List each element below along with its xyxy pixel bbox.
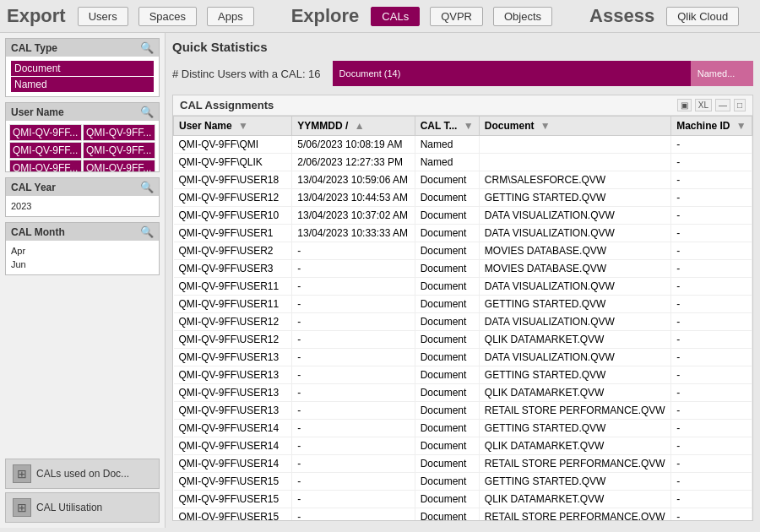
table-row[interactable]: QMI-QV-9FF\USER15-DocumentQLIK DATAMARKE… — [174, 491, 752, 508]
table-ctrl-xl[interactable]: XL — [695, 99, 712, 111]
table-row[interactable]: QMI-QV-9FF\USER14-DocumentQLIK DATAMARKE… — [174, 437, 752, 455]
table-row[interactable]: QMI-QV-9FF\USER14-DocumentRETAIL STORE P… — [174, 455, 752, 473]
cal-type-label: CAL Type — [11, 42, 57, 54]
table-cell-3-1: 13/04/2023 10:44:53 AM — [292, 189, 415, 207]
table-cell-12-0: QMI-QV-9FF\USER13 — [174, 349, 292, 366]
table-row[interactable]: QMI-QV-9FF\USER2-DocumentMOVIES DATABASE… — [174, 242, 752, 260]
table-row[interactable]: QMI-QV-9FF\USER14-DocumentGETTING STARTE… — [174, 420, 752, 437]
table-cell-4-2: Document — [415, 207, 479, 225]
table-row[interactable]: QMI-QV-9FF\QMI5/06/2023 10:08:19 AMNamed… — [174, 136, 752, 154]
table-cell-4-3: DATA VISUALIZATION.QVW — [479, 207, 670, 225]
table-cell-9-1: - — [292, 296, 415, 313]
left-panel: CAL Type 🔍 Document Named User Name 🔍 QM… — [0, 33, 166, 528]
user-name-cell-2[interactable]: QMI-QV-9FF... — [9, 142, 82, 159]
cal-type-search-icon[interactable]: 🔍 — [140, 41, 154, 54]
table-ctrl-maximize[interactable]: □ — [734, 99, 746, 111]
user-name-label: User Name — [11, 106, 64, 118]
cal-month-item-apr[interactable]: Apr — [11, 244, 154, 258]
user-name-filter: User Name 🔍 QMI-QV-9FF... QMI-QV-9FF... … — [5, 102, 160, 172]
col-header-yymmdd[interactable]: YYMMDD / ▲ — [292, 117, 415, 136]
table-cell-14-2: Document — [415, 384, 479, 402]
table-cell-10-4: - — [671, 313, 752, 331]
cal-type-item-document[interactable]: Document — [11, 61, 154, 76]
table-cell-11-4: - — [671, 331, 752, 349]
table-cell-16-2: Document — [415, 420, 479, 437]
user-name-scroll[interactable]: QMI-QV-9FF... QMI-QV-9FF... QMI-QV-9FF..… — [6, 121, 159, 171]
table-cell-5-3: DATA VISUALIZATION.QVW — [479, 225, 670, 242]
nav-cals[interactable]: CALs — [371, 7, 420, 26]
user-name-cell-3[interactable]: QMI-QV-9FF... — [83, 142, 155, 159]
cal-year-search-icon[interactable]: 🔍 — [140, 181, 154, 193]
cal-month-filter: CAL Month 🔍 Apr Jun — [5, 222, 160, 275]
table-row[interactable]: QMI-QV-9FF\USER12-DocumentDATA VISUALIZA… — [174, 313, 752, 331]
cal-year-item-2023[interactable]: 2023 — [11, 199, 154, 213]
table-row[interactable]: QMI-QV-9FF\USER1813/04/2023 10:59:06 AMD… — [174, 171, 752, 189]
user-name-cell-0[interactable]: QMI-QV-9FF... — [9, 124, 82, 141]
table-cell-8-1: - — [292, 278, 415, 296]
table-cell-20-2: Document — [415, 491, 479, 508]
table-row[interactable]: QMI-QV-9FF\USER113/04/2023 10:33:33 AMDo… — [174, 225, 752, 242]
table-row[interactable]: QMI-QV-9FF\USER1213/04/2023 10:44:53 AMD… — [174, 189, 752, 207]
table-title-bar: CAL Assignments ▣ XL — □ — [173, 95, 752, 116]
table-row[interactable]: QMI-QV-9FF\USER11-DocumentGETTING STARTE… — [174, 296, 752, 313]
table-cell-8-2: Document — [415, 278, 479, 296]
table-cell-21-2: Document — [415, 508, 479, 521]
table-row[interactable]: QMI-QV-9FF\USER11-DocumentDATA VISUALIZA… — [174, 278, 752, 296]
table-wrapper[interactable]: User Name ▼ YYMMDD / ▲ CAL T... ▼ Docume… — [173, 116, 752, 520]
user-name-header: User Name 🔍 — [6, 103, 159, 121]
table-row[interactable]: QMI-QV-9FF\USER15-DocumentGETTING STARTE… — [174, 473, 752, 491]
table-cell-7-4: - — [671, 260, 752, 278]
cals-used-on-doc-button[interactable]: ⊞ CALs used on Doc... — [5, 459, 160, 489]
table-cell-12-2: Document — [415, 349, 479, 366]
table-cell-16-3: GETTING STARTED.QVW — [479, 420, 670, 437]
table-cell-13-0: QMI-QV-9FF\USER13 — [174, 366, 292, 384]
table-row[interactable]: QMI-QV-9FF\USER13-DocumentQLIK DATAMARKE… — [174, 384, 752, 402]
table-cell-20-3: QLIK DATAMARKET.QVW — [479, 491, 670, 508]
cal-month-item-jun[interactable]: Jun — [11, 258, 154, 271]
table-row[interactable]: QMI-QV-9FF\USER13-DocumentGETTING STARTE… — [174, 366, 752, 384]
table-cell-1-4: - — [671, 154, 752, 171]
user-name-search-icon[interactable]: 🔍 — [140, 106, 154, 118]
table-row[interactable]: QMI-QV-9FF\USER1013/04/2023 10:37:02 AMD… — [174, 207, 752, 225]
table-ctrl-grid[interactable]: ▣ — [677, 99, 692, 111]
user-name-cell-1[interactable]: QMI-QV-9FF... — [83, 124, 155, 141]
col-header-machine[interactable]: Machine ID ▼ — [671, 117, 752, 136]
nav-users[interactable]: Users — [78, 7, 128, 26]
table-row[interactable]: QMI-QV-9FF\USER3-DocumentMOVIES DATABASE… — [174, 260, 752, 278]
table-cell-18-1: - — [292, 455, 415, 473]
user-name-cell-4[interactable]: QMI-QV-9FF... — [9, 160, 82, 171]
cal-type-item-named[interactable]: Named — [11, 77, 154, 92]
table-row[interactable]: QMI-QV-9FF\USER13-DocumentRETAIL STORE P… — [174, 402, 752, 420]
table-cell-6-0: QMI-QV-9FF\USER2 — [174, 242, 292, 260]
table-cell-16-1: - — [292, 420, 415, 437]
cal-month-search-icon[interactable]: 🔍 — [140, 225, 154, 238]
cal-assignments-table: User Name ▼ YYMMDD / ▲ CAL T... ▼ Docume… — [173, 116, 752, 520]
table-row[interactable]: QMI-QV-9FF\USER12-DocumentQLIK DATAMARKE… — [174, 331, 752, 349]
nav-objects[interactable]: Objects — [493, 7, 552, 26]
table-header-row: User Name ▼ YYMMDD / ▲ CAL T... ▼ Docume… — [174, 117, 752, 136]
table-cell-19-4: - — [671, 473, 752, 491]
table-row[interactable]: QMI-QV-9FF\USER15-DocumentRETAIL STORE P… — [174, 508, 752, 521]
table-cell-17-4: - — [671, 437, 752, 455]
table-cell-14-0: QMI-QV-9FF\USER13 — [174, 384, 292, 402]
table-row[interactable]: QMI-QV-9FF\USER13-DocumentDATA VISUALIZA… — [174, 349, 752, 366]
nav-qvpr[interactable]: QVPR — [430, 7, 483, 26]
table-cell-6-1: - — [292, 242, 415, 260]
col-header-calt[interactable]: CAL T... ▼ — [415, 117, 479, 136]
table-cell-1-1: 2/06/2023 12:27:33 PM — [292, 154, 415, 171]
table-cell-4-4: - — [671, 207, 752, 225]
table-cell-10-3: DATA VISUALIZATION.QVW — [479, 313, 670, 331]
nav-qlik-cloud[interactable]: Qlik Cloud — [666, 7, 739, 26]
table-ctrl-minimize[interactable]: — — [715, 99, 730, 111]
table-cell-0-2: Named — [415, 136, 479, 154]
col-header-user[interactable]: User Name ▼ — [174, 117, 292, 136]
cal-month-header: CAL Month 🔍 — [6, 223, 159, 241]
table-row[interactable]: QMI-QV-9FF\QLIK2/06/2023 12:27:33 PMName… — [174, 154, 752, 171]
table-cell-7-0: QMI-QV-9FF\USER3 — [174, 260, 292, 278]
cal-utilisation-button[interactable]: ⊞ CAL Utilisation — [5, 492, 160, 523]
nav-apps[interactable]: Apps — [207, 7, 254, 26]
table-cell-12-1: - — [292, 349, 415, 366]
col-header-doc[interactable]: Document ▼ — [479, 117, 670, 136]
nav-spaces[interactable]: Spaces — [138, 7, 197, 26]
user-name-cell-5[interactable]: QMI-QV-9FF... — [83, 160, 155, 171]
